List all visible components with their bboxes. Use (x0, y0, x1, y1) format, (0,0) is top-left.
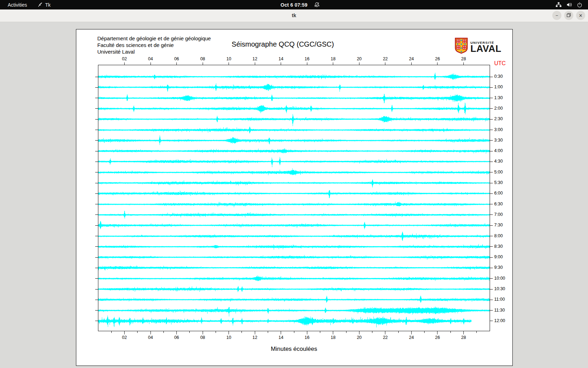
x-tick-top (359, 62, 359, 65)
utc-time-label: 10:00 (494, 276, 505, 281)
trace-tick-right (490, 108, 493, 109)
clock-button[interactable]: Oct 6 07:59 (281, 2, 308, 8)
trace-tick-right (490, 257, 493, 258)
x-tick-bottom (333, 331, 333, 334)
laval-shield-icon (455, 38, 468, 55)
trace-tick-left (95, 246, 98, 247)
system-status-area[interactable] (555, 2, 582, 8)
x-tick-label-bottom: 24 (409, 335, 414, 340)
utc-time-label: 11:00 (494, 297, 505, 302)
trace-tick-left (95, 140, 98, 141)
window-titlebar[interactable]: tk − ✕ (0, 9, 588, 22)
trace-tick-right (490, 268, 493, 268)
trace-tick-right (490, 87, 493, 88)
x-tick-label-bottom: 18 (331, 335, 336, 340)
x-tick-top (281, 62, 281, 65)
x-tick-label-bottom: 08 (200, 335, 205, 340)
activities-button[interactable]: Activities (6, 2, 28, 8)
minimize-button[interactable]: − (552, 11, 561, 20)
utc-time-label: 11:30 (494, 308, 505, 313)
x-tick-label-bottom: 28 (461, 335, 466, 340)
clock-label: Oct 6 07:59 (281, 2, 308, 8)
utc-time-label: 10:30 (494, 286, 505, 291)
plot-title: Séismographe QCQ (CGC/GSC) (76, 40, 489, 48)
trace-tick-right (490, 236, 493, 236)
trace-tick-right (490, 172, 493, 172)
x-minor-tick-bottom (450, 331, 451, 333)
x-tick-label-bottom: 10 (226, 335, 231, 340)
x-tick-label-bottom: 26 (435, 335, 440, 340)
tk-canvas-frame: Département de géologie et de génie géol… (76, 29, 513, 366)
x-minor-tick-bottom (476, 331, 477, 333)
x-tick-label-top: 02 (122, 56, 127, 61)
utc-time-label: 6:00 (494, 191, 503, 196)
trace-tick-right (490, 183, 493, 183)
utc-time-label: 7:00 (494, 212, 503, 217)
x-tick-label-top: 22 (383, 56, 388, 61)
x-tick-bottom (150, 331, 151, 334)
trace-tick-right (490, 321, 493, 321)
power-icon (577, 2, 582, 8)
x-tick-label-top: 16 (304, 56, 309, 61)
trace-tick-left (95, 321, 98, 321)
x-tick-top (333, 62, 333, 65)
laval-wordmark-line2: LAVAL (470, 45, 501, 53)
seismogram-traces-canvas (98, 65, 490, 331)
x-tick-label-bottom: 06 (174, 335, 179, 340)
x-tick-bottom (124, 331, 125, 334)
trace-tick-left (95, 289, 98, 289)
x-minor-tick-bottom (189, 331, 190, 333)
trace-tick-right (490, 300, 493, 300)
x-tick-bottom (385, 331, 385, 334)
network-wired-icon (555, 2, 562, 8)
trace-tick-left (95, 257, 98, 258)
trace-tick-right (490, 193, 493, 194)
notifications-muted-icon (314, 2, 320, 8)
trace-tick-left (95, 151, 98, 151)
x-tick-label-bottom: 12 (252, 335, 257, 340)
x-tick-top (463, 62, 464, 65)
x-tick-label-bottom: 04 (148, 335, 153, 340)
x-tick-label-top: 28 (461, 56, 466, 61)
x-tick-top (150, 62, 151, 65)
utc-time-label: 2:30 (494, 116, 503, 121)
restore-button[interactable] (564, 11, 573, 20)
x-tick-top (385, 62, 385, 65)
trace-tick-right (490, 140, 493, 141)
utc-time-label: 1:30 (494, 95, 503, 100)
x-minor-tick-bottom (372, 331, 372, 333)
utc-label: UTC (494, 60, 506, 67)
x-tick-label-top: 10 (226, 56, 231, 61)
x-tick-top (255, 62, 255, 65)
trace-tick-left (95, 130, 98, 130)
trace-tick-left (95, 225, 98, 226)
utc-time-label: 5:30 (494, 180, 503, 185)
trace-tick-right (490, 130, 493, 130)
x-tick-label-top: 18 (331, 56, 336, 61)
x-tick-label-bottom: 22 (383, 335, 388, 340)
utc-time-label: 3:00 (494, 127, 503, 132)
laval-wordmark: UNIVERSITÉ LAVAL (470, 41, 501, 53)
utc-time-label: 6:30 (494, 202, 503, 206)
x-tick-bottom (437, 331, 438, 334)
trace-tick-right (490, 214, 493, 215)
universite-laval-logo: UNIVERSITÉ LAVAL (455, 38, 501, 55)
close-button[interactable]: ✕ (576, 11, 585, 20)
utc-time-label: 8:00 (494, 233, 503, 238)
helicorder-plot (98, 65, 490, 331)
trace-tick-left (95, 77, 98, 77)
trace-tick-right (490, 278, 493, 279)
x-tick-label-top: 26 (435, 56, 440, 61)
x-tick-label-bottom: 14 (279, 335, 284, 340)
utc-time-label: 1:00 (494, 84, 503, 89)
x-tick-top (176, 62, 177, 65)
trace-tick-right (490, 246, 493, 247)
x-tick-bottom (281, 331, 281, 334)
trace-tick-left (95, 204, 98, 204)
trace-tick-right (490, 310, 493, 311)
app-menu-tk[interactable]: Tk (37, 2, 51, 8)
trace-tick-left (95, 98, 98, 98)
utc-time-label: 8:30 (494, 244, 503, 249)
x-tick-label-top: 12 (252, 56, 257, 61)
x-minor-tick-bottom (320, 331, 320, 333)
